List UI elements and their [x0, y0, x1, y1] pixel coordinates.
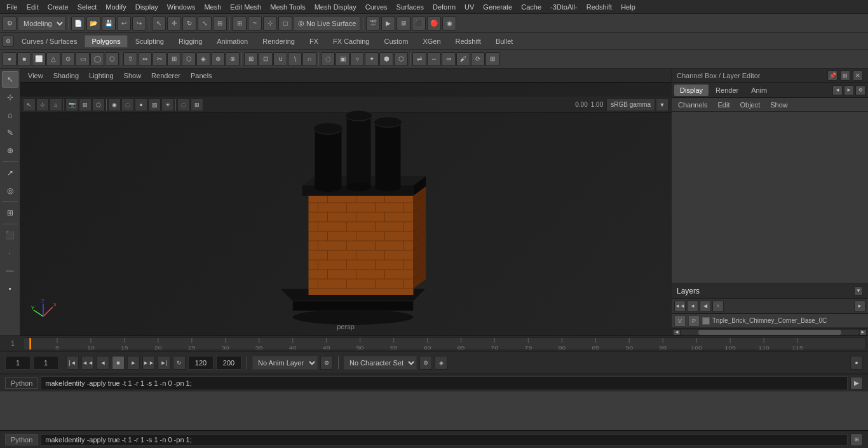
scrollbar-thumb[interactable] [698, 330, 841, 335]
snap-view[interactable]: ◻ [278, 17, 292, 31]
last-tool[interactable]: ⊞ [213, 17, 227, 31]
edit-menu[interactable]: Edit [714, 100, 733, 110]
channel-tab-render[interactable]: Render [710, 85, 744, 96]
poly-plane[interactable]: ▭ [76, 52, 90, 66]
move-tool[interactable]: ✛ [167, 17, 181, 31]
menu-display[interactable]: Display [132, 2, 162, 12]
frame-end[interactable]: 200 [216, 356, 241, 370]
mirror-btn[interactable]: ⇌ [412, 52, 426, 66]
channel-tab-anim[interactable]: Anim [745, 85, 773, 96]
paint-select-btn[interactable]: ⊹ [2, 89, 18, 105]
smooth-btn[interactable]: ◌ [321, 52, 335, 66]
vp-isolate-btn[interactable]: ◉ [108, 98, 121, 111]
menu-curves[interactable]: Curves [362, 2, 391, 12]
console-btn[interactable]: ⊞ [850, 433, 863, 446]
vp-color-space[interactable]: sRGB gamma [606, 98, 655, 111]
layers-expand-btn[interactable]: ▼ [854, 287, 863, 295]
tab-curves-surfaces[interactable]: Curves / Surfaces [15, 35, 84, 48]
menu-generate[interactable]: Generate [479, 2, 516, 12]
deform-btn[interactable]: ⟳ [471, 52, 485, 66]
reduce-btn[interactable]: ▿ [350, 52, 364, 66]
snap-to-btn[interactable]: ↗ [2, 165, 18, 181]
char-set-settings[interactable]: ⚙ [419, 356, 432, 370]
step-back-btn[interactable]: ◄◄ [81, 356, 94, 370]
settings-btn[interactable]: ⚙ [3, 17, 17, 31]
insert-loop[interactable]: ⊞ [167, 52, 181, 66]
scrollbar-track[interactable] [681, 330, 859, 335]
menu-edit[interactable]: Edit [23, 2, 43, 12]
play-back-btn[interactable]: ◄ [97, 356, 109, 370]
tab-bullet[interactable]: Bullet [489, 35, 520, 48]
tab-custom[interactable]: Custom [377, 35, 416, 48]
bool-union[interactable]: ∪ [273, 52, 287, 66]
settings-ch-btn[interactable]: ⚙ [855, 85, 865, 95]
viewport-canvas[interactable]: ↖ ⊹ ⌂ 📷 ⊞ ⬡ ◉ ◌ ● ▨ ☀ ◌ ⊞ 0.00 1.00 sRGB… [20, 83, 671, 336]
tab-animation[interactable]: Animation [210, 35, 255, 48]
char-set-select[interactable]: No Character Set [344, 356, 417, 370]
target-weld[interactable]: ⊗ [226, 52, 240, 66]
bool-diff[interactable]: ∖ [288, 52, 302, 66]
ipr-btn[interactable]: ▶ [381, 17, 395, 31]
frame-playback-end[interactable]: 120 [188, 356, 214, 370]
right-panel-scrollbar[interactable]: ◄ ► [672, 328, 868, 336]
pivot-btn[interactable]: ⊕ [2, 142, 18, 159]
show-menu[interactable]: Show [121, 71, 144, 81]
lattice-btn[interactable]: ⊞ [485, 52, 499, 66]
vp-tex-btn[interactable]: ▨ [148, 98, 161, 111]
bevel[interactable]: ◈ [196, 52, 210, 66]
menu-modify[interactable]: Modify [102, 2, 130, 12]
expand-btn[interactable]: ⊞ [840, 71, 850, 81]
vp-camera-btn[interactable]: 📷 [65, 98, 78, 111]
menu-mesh-display[interactable]: Mesh Display [311, 2, 360, 12]
menu-uv[interactable]: UV [461, 2, 478, 12]
frame-start[interactable]: 1 [5, 356, 31, 370]
viewport[interactable]: View Shading Lighting Show Renderer Pane… [20, 69, 671, 336]
view-menu[interactable]: View [25, 71, 46, 81]
vp-aa-btn[interactable]: ⊞ [191, 98, 203, 111]
rotate-tool[interactable]: ↻ [182, 17, 196, 31]
tab-settings-btn[interactable]: ⚙ [3, 36, 14, 47]
lighting-menu[interactable]: Lighting [86, 71, 116, 81]
execute-btn[interactable]: ▶ [850, 377, 863, 390]
live-surface-btn[interactable]: ◎ No Live Surface [294, 17, 360, 31]
tab-redshift[interactable]: Redshift [449, 35, 488, 48]
layer-visible-btn[interactable]: V [674, 315, 686, 327]
vp-xray-btn[interactable]: ◌ [121, 98, 134, 111]
vp-light-btn[interactable]: ☀ [161, 98, 174, 111]
redo-btn[interactable]: ↪ [132, 17, 146, 31]
anim-layer-settings[interactable]: ⚙ [320, 356, 333, 370]
flip-btn[interactable]: ↔ [427, 52, 441, 66]
extrude-btn[interactable]: ⇧ [123, 52, 137, 66]
pin-btn[interactable]: 📌 [827, 71, 837, 81]
snap-point[interactable]: ⊹ [263, 17, 277, 31]
menu-select[interactable]: Select [74, 2, 101, 12]
channels-menu[interactable]: Channels [674, 100, 711, 110]
vert-mode-btn[interactable]: · [2, 245, 18, 261]
tab-rendering[interactable]: Rendering [255, 35, 302, 48]
bool-int[interactable]: ∩ [302, 52, 316, 66]
stop-btn[interactable]: ■ [112, 356, 125, 370]
menu-redshift[interactable]: Redshift [583, 2, 616, 12]
snap-grid[interactable]: ⊞ [233, 17, 247, 31]
multi-cut[interactable]: ✂ [153, 52, 166, 66]
menu-help[interactable]: Help [617, 2, 639, 12]
vp-select-btn[interactable]: ↖ [23, 98, 36, 111]
vp-grid-btn[interactable]: ⊞ [79, 98, 92, 111]
tab-sculpting[interactable]: Sculpting [128, 35, 171, 48]
workspace-select[interactable]: Modeling [18, 17, 65, 31]
edge-mode-btn[interactable]: — [2, 262, 18, 279]
tex-btn[interactable]: ⬛ [412, 17, 426, 31]
tab-rigging[interactable]: Rigging [172, 35, 209, 48]
menu-mesh-tools[interactable]: Mesh Tools [266, 2, 309, 12]
layer-add-btn[interactable]: + [712, 301, 724, 312]
arrow-left-btn[interactable]: ◄ [832, 85, 843, 95]
go-end-btn[interactable]: ►| [158, 356, 170, 370]
close-panel-btn[interactable]: ✕ [853, 71, 863, 81]
vp-shading-btn[interactable]: ● [135, 98, 147, 111]
panels-menu[interactable]: Panels [188, 71, 215, 81]
conform-btn[interactable]: ⇛ [442, 52, 456, 66]
tab-xgen[interactable]: XGen [416, 35, 447, 48]
proxy-btn[interactable]: ▣ [336, 52, 349, 66]
rs-btn[interactable]: 🔴 [427, 17, 441, 31]
arrow-right-btn[interactable]: ► [844, 85, 854, 95]
